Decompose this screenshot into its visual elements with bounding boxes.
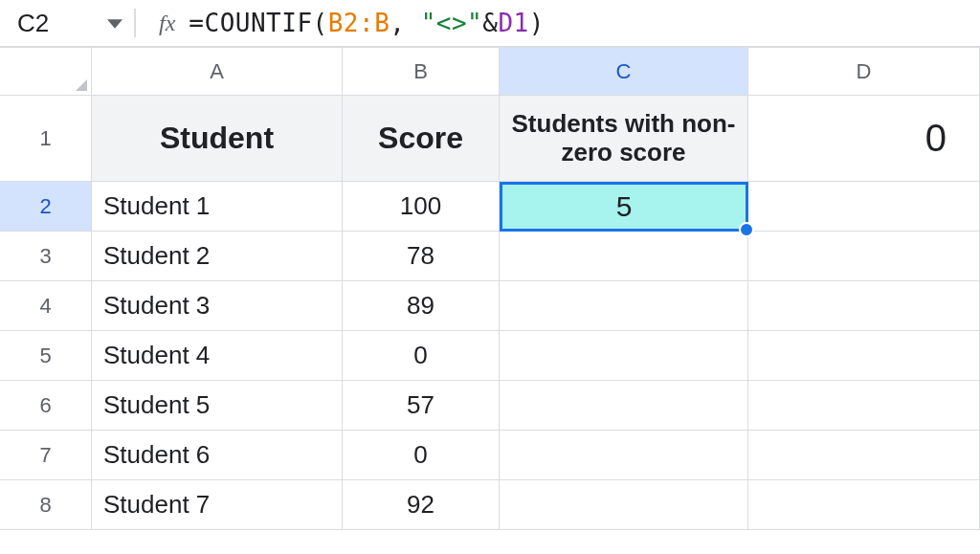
cell-a6[interactable]: Student 5: [92, 381, 343, 431]
formula-string: "<>": [421, 9, 483, 37]
formula-fn: COUNTIF: [204, 9, 312, 37]
cell-c5[interactable]: [500, 331, 748, 381]
cell-a1[interactable]: Student: [92, 96, 343, 182]
row-header-3[interactable]: 3: [0, 232, 92, 281]
formula-open: (: [313, 9, 328, 37]
name-box-dropdown-icon[interactable]: [107, 9, 122, 38]
cell-a4[interactable]: Student 3: [92, 281, 343, 331]
name-box-value: C2: [17, 9, 49, 38]
row-header-8[interactable]: 8: [0, 480, 92, 530]
col-header-b[interactable]: B: [343, 48, 500, 96]
cell-a7[interactable]: Student 6: [92, 431, 343, 480]
cell-a8[interactable]: Student 7: [92, 480, 343, 530]
cell-d2[interactable]: [748, 182, 980, 232]
formula-bar: C2 fx = COUNTIF ( B2:B , "<>" & D1 ): [0, 0, 980, 48]
cell-c2-value: 5: [616, 190, 633, 223]
row-header-6[interactable]: 6: [0, 381, 92, 431]
col-header-d[interactable]: D: [748, 48, 980, 96]
cell-b1[interactable]: Score: [343, 96, 500, 182]
cell-b8[interactable]: 92: [343, 480, 500, 530]
cell-c6[interactable]: [500, 381, 748, 431]
formula-input[interactable]: = COUNTIF ( B2:B , "<>" & D1 ): [189, 9, 545, 37]
cell-d8[interactable]: [748, 480, 980, 530]
formula-comma: ,: [390, 9, 420, 37]
col-header-a[interactable]: A: [92, 48, 343, 96]
cell-c2-active[interactable]: 5: [500, 182, 748, 232]
cell-a5[interactable]: Student 4: [92, 331, 343, 381]
cell-c3[interactable]: [500, 232, 748, 281]
formula-close: ): [529, 9, 545, 37]
formula-ref: D1: [498, 9, 528, 37]
col-header-c[interactable]: C: [500, 48, 748, 96]
cell-b5[interactable]: 0: [343, 331, 500, 381]
cell-a3[interactable]: Student 2: [92, 232, 343, 281]
cell-d1[interactable]: 0: [748, 96, 980, 182]
cell-b7[interactable]: 0: [343, 431, 500, 480]
row-header-5[interactable]: 5: [0, 331, 92, 381]
cell-b4[interactable]: 89: [343, 281, 500, 331]
cell-b2[interactable]: 100: [343, 182, 500, 232]
cell-c1[interactable]: Students with non-zero score: [500, 96, 748, 182]
cell-c7[interactable]: [500, 431, 748, 480]
formula-amp: &: [482, 9, 498, 37]
select-all-corner[interactable]: [0, 48, 92, 96]
cell-b3[interactable]: 78: [343, 232, 500, 281]
cell-d7[interactable]: [748, 431, 980, 480]
cell-c4[interactable]: [500, 281, 748, 331]
cell-d6[interactable]: [748, 381, 980, 431]
row-header-2[interactable]: 2: [0, 182, 92, 232]
cell-d3[interactable]: [748, 232, 980, 281]
cell-c8[interactable]: [500, 480, 748, 530]
row-header-7[interactable]: 7: [0, 431, 92, 480]
cell-d4[interactable]: [748, 281, 980, 331]
formula-equals: =: [189, 9, 204, 37]
fx-icon: fx: [136, 11, 189, 36]
cell-d5[interactable]: [748, 331, 980, 381]
cell-a2[interactable]: Student 1: [92, 182, 343, 232]
name-box[interactable]: C2: [0, 9, 134, 38]
fill-handle-icon[interactable]: [739, 222, 754, 237]
row-header-1[interactable]: 1: [0, 96, 92, 182]
formula-range: B2:B: [328, 9, 390, 37]
cell-b6[interactable]: 57: [343, 381, 500, 431]
spreadsheet-grid[interactable]: A B C D 1 Student Score Students with no…: [0, 48, 980, 530]
row-header-4[interactable]: 4: [0, 281, 92, 331]
